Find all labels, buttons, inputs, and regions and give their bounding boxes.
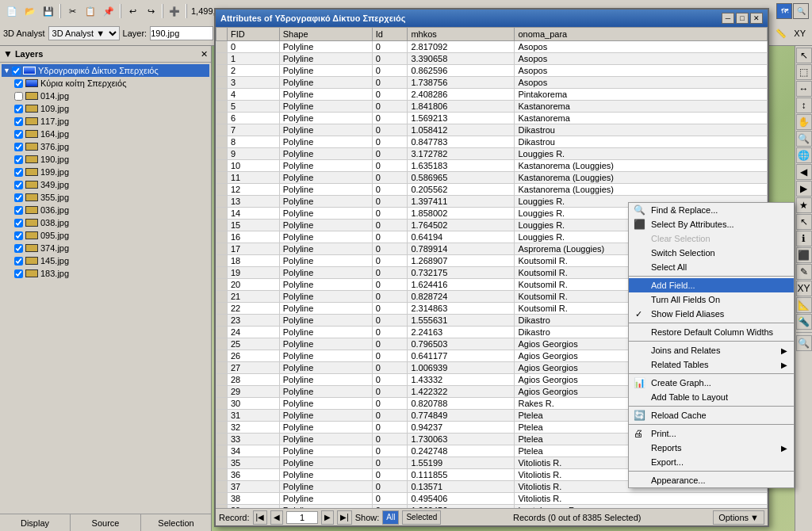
add-data-btn[interactable]: ➕ <box>166 2 183 20</box>
table-row[interactable]: 8Polyline00.847783Dikastrou <box>216 136 768 148</box>
table-row[interactable]: 11Polyline00.586965Kastanorema (Louggies… <box>216 172 768 184</box>
next-record-btn[interactable]: ▶ <box>321 510 334 525</box>
check-hydro[interactable] <box>12 67 21 75</box>
table-row[interactable]: 9Polyline03.172782Louggies R. <box>216 148 768 160</box>
layer-item-145[interactable]: 145.jpg <box>2 254 209 267</box>
close-layers-btn[interactable]: ✕ <box>201 49 208 59</box>
menu-switch-selection[interactable]: Switch Selection <box>629 246 794 260</box>
check-117[interactable] <box>14 117 23 126</box>
tab-source[interactable]: Source <box>71 514 141 531</box>
tool-12[interactable]: ℹ <box>796 231 812 246</box>
show-all-btn[interactable]: All <box>382 510 399 525</box>
menu-appearance[interactable]: Appearance... <box>629 473 794 487</box>
layer-item-164[interactable]: 164.jpg <box>2 128 209 140</box>
tool-11[interactable]: ↖ <box>796 214 812 230</box>
undo-btn[interactable]: ↩ <box>124 2 141 20</box>
table-row[interactable]: 1Polyline03.390658Asopos <box>216 53 768 65</box>
table-row[interactable]: 10Polyline01.635183Kastanorema (Louggies… <box>216 160 768 172</box>
check-014[interactable] <box>14 92 23 101</box>
col-onoma[interactable]: onoma_para <box>515 28 768 41</box>
dialog-minimize-btn[interactable]: ─ <box>722 13 734 24</box>
measure-btn[interactable]: 📏 <box>772 25 790 42</box>
table-row[interactable]: 12Polyline00.205562Kastanorema (Louggies… <box>216 184 768 196</box>
layer-item-109[interactable]: 109.jpg <box>2 102 209 115</box>
check-355[interactable] <box>14 193 23 202</box>
check-190[interactable] <box>14 155 23 164</box>
layers-expand-icon[interactable]: ▼ <box>3 48 13 59</box>
menu-add-field[interactable]: Add Field... <box>629 278 794 292</box>
check-109[interactable] <box>14 105 23 113</box>
table-row[interactable]: 38Polyline00.495406Vitoliotis R. <box>216 493 768 505</box>
layer-item-374[interactable]: 374.jpg <box>2 242 209 254</box>
menu-add-table-layout[interactable]: Add Table to Layout <box>629 390 794 404</box>
xy-btn[interactable]: XY <box>791 25 809 42</box>
paste-btn[interactable]: 📌 <box>100 2 117 20</box>
menu-show-aliases[interactable]: ✓ Show Field Aliases <box>629 307 794 321</box>
tool-10[interactable]: ★ <box>796 197 812 213</box>
tool-3[interactable]: ↔ <box>796 81 812 97</box>
options-btn[interactable]: Options ▼ <box>713 510 764 525</box>
layer-item-199[interactable]: 199.jpg <box>2 166 209 178</box>
layer-item-036[interactable]: 036.jpg <box>2 204 209 216</box>
tool-17[interactable]: 🔦 <box>796 314 812 330</box>
tool-2[interactable]: ⬚ <box>796 64 812 80</box>
menu-restore-widths[interactable]: Restore Default Column Widths <box>629 325 794 339</box>
layer-item-kyria[interactable]: Κύρια κοίτη Σπερχειός <box>2 77 209 90</box>
layer-item-355[interactable]: 355.jpg <box>2 191 209 204</box>
table-row[interactable]: 6Polyline01.569213Kastanorema <box>216 113 768 124</box>
col-fid[interactable]: FID <box>228 28 280 41</box>
new-btn[interactable]: 📄 <box>3 2 21 20</box>
layer-item-038[interactable]: 038.jpg <box>2 216 209 229</box>
tool-15[interactable]: XY <box>796 281 812 296</box>
cut-btn[interactable]: ✂ <box>63 2 81 20</box>
tool-5[interactable]: ✋ <box>796 114 812 130</box>
menu-reports[interactable]: Reports ▶ <box>629 441 794 455</box>
save-btn[interactable]: 💾 <box>40 2 57 20</box>
check-374[interactable] <box>14 244 23 253</box>
layer-item-095[interactable]: 095.jpg <box>2 229 209 242</box>
record-input[interactable] <box>286 511 318 524</box>
col-id[interactable]: Id <box>372 28 408 41</box>
dialog-close-btn[interactable]: ✕ <box>750 13 763 24</box>
tool-13[interactable]: ⬛ <box>796 247 812 263</box>
analyst-dropdown[interactable]: 3D Analyst ▼ <box>48 26 120 40</box>
check-036[interactable] <box>14 206 23 215</box>
table-row[interactable]: 0Polyline02.817092Asopos <box>216 41 768 53</box>
table-row[interactable]: 7Polyline01.058412Dikastrou <box>216 124 768 136</box>
check-183[interactable] <box>14 269 23 278</box>
table-row[interactable]: 2Polyline00.862596Asopos <box>216 65 768 77</box>
menu-reload-cache[interactable]: 🔄 Reload Cache <box>629 408 794 422</box>
layer-item-376[interactable]: 376.jpg <box>2 140 209 153</box>
check-164[interactable] <box>14 130 23 139</box>
tool-6[interactable]: 🔍 <box>796 131 812 147</box>
col-mhkos[interactable]: mhkos <box>408 28 515 41</box>
layer-input[interactable] <box>150 26 213 40</box>
copy-btn[interactable]: 📋 <box>82 2 99 20</box>
menu-select-by-attr[interactable]: ⬛ Select By Attributes... <box>629 217 794 231</box>
menu-find-replace[interactable]: 🔍 Find & Replace... <box>629 203 794 217</box>
check-349[interactable] <box>14 181 23 189</box>
menu-turn-all-fields[interactable]: Turn All Fields On <box>629 292 794 307</box>
menu-create-graph[interactable]: 📊 Create Graph... <box>629 376 794 390</box>
check-199[interactable] <box>14 168 23 177</box>
menu-export[interactable]: Export... <box>629 455 794 469</box>
tool-7[interactable]: 🌐 <box>796 147 812 163</box>
last-record-btn[interactable]: ▶| <box>337 510 352 525</box>
check-038[interactable] <box>14 219 23 227</box>
check-145[interactable] <box>14 257 23 266</box>
tab-display[interactable]: Display <box>0 514 71 531</box>
tool-4[interactable]: ↕ <box>796 97 812 113</box>
check-095[interactable] <box>14 231 23 240</box>
layer-item-349[interactable]: 349.jpg <box>2 178 209 191</box>
open-btn[interactable]: 📂 <box>21 2 39 20</box>
col-shape[interactable]: Shape <box>279 28 372 41</box>
layer-item-117[interactable]: 117.jpg <box>2 115 209 128</box>
tool-16[interactable]: 📐 <box>796 297 812 313</box>
prev-record-btn[interactable]: ◀ <box>270 510 283 525</box>
menu-related-tables[interactable]: Related Tables ▶ <box>629 357 794 372</box>
check-376[interactable] <box>14 143 23 151</box>
menu-print[interactable]: 🖨 Print... <box>629 426 794 441</box>
tool-18[interactable]: 🔍 <box>796 335 812 351</box>
dialog-maximize-btn[interactable]: □ <box>736 13 749 24</box>
tool-1[interactable]: ↖ <box>796 48 812 63</box>
